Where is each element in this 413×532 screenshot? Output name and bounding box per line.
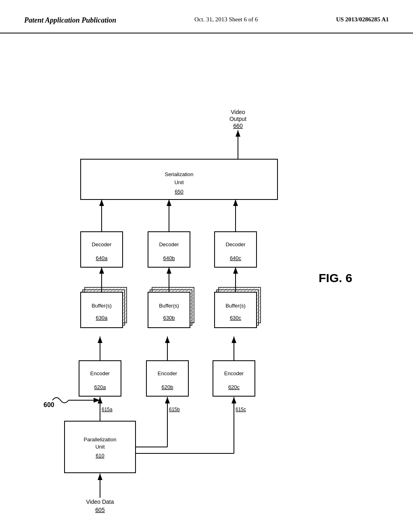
encoder-a-box [79,361,121,396]
parallelization-label: Parallelization [84,436,117,443]
line-615b: 615b [169,407,180,412]
serialization-label: Serialization [165,171,194,177]
encoder-a-label: Encoder [90,370,110,376]
svg-text:Unit: Unit [174,179,184,185]
sheet-info: Oct. 31, 2013 Sheet 6 of 6 [194,16,258,23]
svg-text:Output: Output [229,116,246,122]
buffer-b-label: Buffer(s) [159,303,179,309]
page-header: Patent Application Publication Oct. 31, … [0,0,413,33]
line-615a: 615a [102,407,113,412]
svg-text:640b: 640b [163,255,175,261]
svg-rect-30 [215,292,257,328]
svg-text:620b: 620b [162,384,173,390]
svg-text:650: 650 [175,189,184,195]
encoder-c-label: Encoder [224,370,244,376]
svg-text:640a: 640a [96,255,108,261]
encoder-b-label: Encoder [158,370,177,376]
patent-number: US 2013/0286285 A1 [336,16,389,23]
svg-text:Unit: Unit [95,444,105,450]
svg-text:630c: 630c [230,315,242,321]
svg-text:630a: 630a [96,315,108,321]
svg-rect-22 [81,292,123,328]
svg-text:620c: 620c [228,384,240,390]
video-data-label: Video Data [86,499,114,505]
decoder-b-box [148,232,190,267]
svg-text:610: 610 [96,453,104,459]
decoder-c-box [215,232,257,267]
decoder-a-label: Decoder [92,241,112,247]
svg-text:630b: 630b [163,315,175,321]
buffer-a-label: Buffer(s) [92,303,112,309]
decoder-c-label: Decoder [225,241,246,247]
decoder-a-box [81,232,123,267]
encoder-b-box [146,361,188,396]
diagram-number: 600 [44,401,54,408]
line-615c: 615c [236,407,246,412]
diagram-area: Video Data 605 Parallelization Unit 610 … [0,44,413,532]
buffer-c-label: Buffer(s) [225,303,246,309]
video-output-label: Video [231,109,245,115]
svg-text:620a: 620a [94,384,106,390]
svg-rect-26 [148,292,190,328]
video-data-number: 605 [95,507,105,513]
encoder-c-box [213,361,255,396]
publication-label: Patent Application Publication [24,16,116,25]
fig-label: FIG. 6 [319,271,352,285]
svg-text:660: 660 [233,123,243,129]
svg-text:640c: 640c [230,255,242,261]
patent-diagram: Video Data 605 Parallelization Unit 610 … [0,44,413,532]
decoder-b-label: Decoder [159,241,179,247]
